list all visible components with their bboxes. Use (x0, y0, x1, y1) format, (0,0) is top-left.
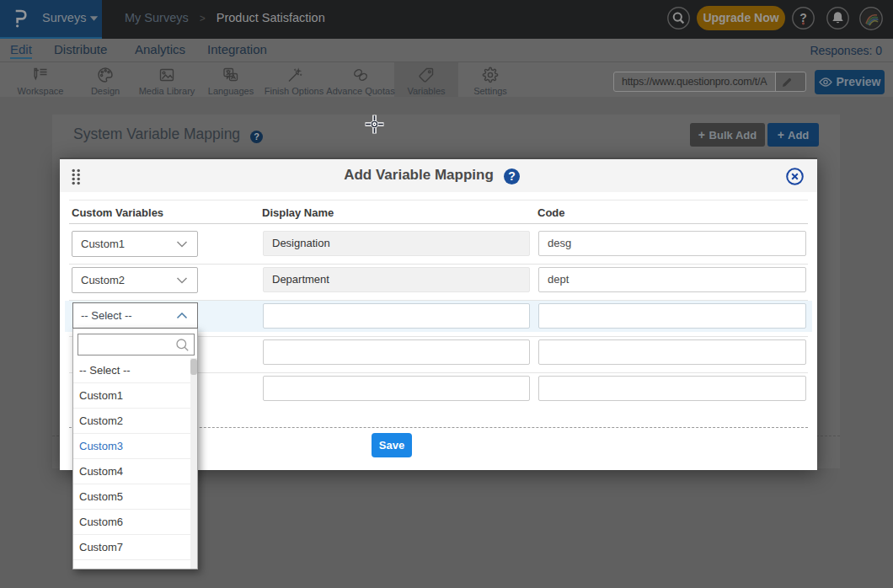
svg-text:?: ? (254, 131, 259, 142)
